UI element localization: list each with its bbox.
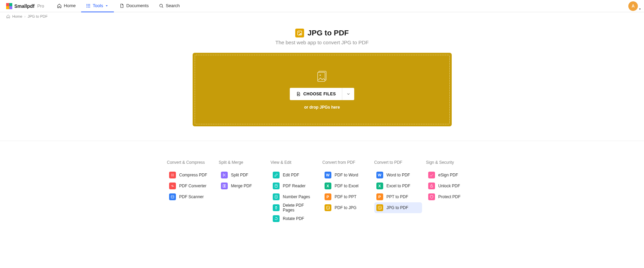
tool-excel-to-pdf[interactable]: XExcel to PDF xyxy=(374,180,422,191)
tool-ppt-to-pdf[interactable]: PPPT to PDF xyxy=(374,191,422,202)
tool-label: Compress PDF xyxy=(179,173,207,177)
tool-merge-pdf[interactable]: Merge PDF xyxy=(219,180,267,191)
nav-search-label: Search xyxy=(166,3,180,8)
tool-label: PDF to Word xyxy=(335,173,358,177)
page-title: JPG to PDF xyxy=(308,29,349,37)
tool-rotate-pdf[interactable]: Rotate PDF xyxy=(271,213,318,224)
tool-label: PDF to Excel xyxy=(335,184,359,188)
avatar-initial: A xyxy=(632,4,635,9)
tool-delete-pdf-pages[interactable]: Delete PDF Pages xyxy=(271,202,318,213)
svg-point-3 xyxy=(87,5,87,6)
svg-point-4 xyxy=(88,5,89,6)
tool-split-pdf[interactable]: Split PDF xyxy=(219,170,267,180)
svg-point-17 xyxy=(223,175,224,176)
home-icon xyxy=(57,3,62,8)
tools-column-title: View & Edit xyxy=(271,160,322,165)
user-avatar[interactable]: A xyxy=(628,1,638,11)
svg-point-1 xyxy=(88,4,89,4)
tool-pdf-reader[interactable]: PDF Reader xyxy=(271,180,318,191)
tool-number-pages[interactable]: 1Number Pages xyxy=(271,191,318,202)
tool-pdf-to-ppt[interactable]: PPDF to PPT xyxy=(323,191,370,202)
jpg-to-pdf-icon xyxy=(295,29,304,37)
tool-word-to-pdf[interactable]: WWord to PDF xyxy=(374,170,422,180)
sign-icon xyxy=(428,172,435,178)
svg-point-9 xyxy=(160,4,162,7)
tool-label: Rotate PDF xyxy=(283,216,304,221)
breadcrumb-home[interactable]: Home xyxy=(12,14,22,18)
compress-icon xyxy=(169,172,176,178)
svg-rect-23 xyxy=(326,206,329,209)
tool-pdf-to-excel[interactable]: XPDF to Excel xyxy=(323,180,370,191)
protect-icon xyxy=(428,193,435,200)
tool-label: Protect PDF xyxy=(438,194,461,199)
tool-jpg-to-pdf[interactable]: JPG to PDF xyxy=(374,202,422,213)
svg-point-2 xyxy=(89,4,90,4)
tool-label: PDF Converter xyxy=(179,184,207,188)
tool-pdf-to-jpg[interactable]: PDF to JPG xyxy=(323,202,370,213)
svg-point-11 xyxy=(299,32,300,33)
rotate-icon xyxy=(273,215,280,222)
breadcrumb: Home › JPG to PDF xyxy=(0,12,644,20)
svg-point-14 xyxy=(319,75,320,76)
choose-file-row: CHOOSE FILES xyxy=(290,88,354,100)
letter-p-icon: P xyxy=(376,193,383,200)
tools-column: View & EditEdit PDFPDF Reader1Number Pag… xyxy=(271,160,322,224)
svg-rect-25 xyxy=(378,206,381,209)
search-icon xyxy=(159,3,164,8)
tools-column-title: Convert & Compress xyxy=(167,160,218,165)
tools-column-title: Split & Merge xyxy=(219,160,270,165)
choose-files-label: CHOOSE FILES xyxy=(303,92,336,96)
edit-icon xyxy=(273,172,280,178)
tool-unlock-pdf[interactable]: Unlock PDF xyxy=(426,180,474,191)
letter-x-icon: X xyxy=(376,183,383,189)
tool-label: JPG to PDF xyxy=(387,205,408,210)
tool-pdf-converter[interactable]: PDF Converter xyxy=(167,180,215,191)
main-nav: Home Tools Documents Search xyxy=(52,0,184,12)
nav-tools-label: Tools xyxy=(93,3,103,8)
chevron-down-icon xyxy=(104,3,109,8)
dropzone-inner: CHOOSE FILES or drop JPGs here xyxy=(195,55,450,124)
tool-pdf-to-word[interactable]: WPDF to Word xyxy=(323,170,370,180)
nav-tools[interactable]: Tools xyxy=(81,0,114,12)
tool-pdf-scanner[interactable]: PDF Scanner xyxy=(167,191,215,202)
svg-point-7 xyxy=(88,6,89,7)
tool-label: Number Pages xyxy=(283,194,310,199)
hero: JPG to PDF The best web app to convert J… xyxy=(0,20,644,136)
svg-rect-18 xyxy=(223,185,224,187)
svg-point-8 xyxy=(89,6,90,7)
tools-column: Convert to PDFWWord to PDFXExcel to PDFP… xyxy=(374,160,425,224)
svg-point-5 xyxy=(89,5,90,6)
nav-documents[interactable]: Documents xyxy=(115,0,153,12)
tools-column-title: Sign & Security xyxy=(426,160,477,165)
nav-home[interactable]: Home xyxy=(52,0,80,12)
page-title-row: JPG to PDF xyxy=(295,29,349,37)
choose-files-dropdown[interactable] xyxy=(342,88,354,100)
tool-compress-pdf[interactable]: Compress PDF xyxy=(167,170,215,180)
tool-label: Unlock PDF xyxy=(438,184,460,188)
home-icon xyxy=(6,14,10,18)
tool-protect-pdf[interactable]: Protect PDF xyxy=(426,191,474,202)
tool-edit-pdf[interactable]: Edit PDF xyxy=(271,170,318,180)
document-icon xyxy=(119,3,124,8)
svg-point-0 xyxy=(87,4,87,4)
logo[interactable]: Smallpdf Pro xyxy=(6,3,44,9)
split-icon xyxy=(221,172,228,178)
tool-label: Delete PDF Pages xyxy=(283,203,316,212)
scan-icon xyxy=(169,193,176,200)
unlock-icon xyxy=(428,183,435,189)
letter-w-icon: W xyxy=(325,172,331,178)
avatar-caret-icon: ▾ xyxy=(639,7,641,11)
choose-files-button[interactable]: CHOOSE FILES xyxy=(290,88,342,100)
img-icon xyxy=(376,204,383,211)
svg-rect-19 xyxy=(224,185,226,187)
svg-rect-13 xyxy=(317,72,325,81)
nav-search[interactable]: Search xyxy=(154,0,184,12)
grid-icon xyxy=(86,3,91,8)
tool-esign-pdf[interactable]: eSign PDF xyxy=(426,170,474,180)
image-file-icon xyxy=(315,69,329,83)
merge-icon xyxy=(221,183,228,189)
breadcrumb-current: JPG to PDF xyxy=(28,14,48,18)
svg-rect-27 xyxy=(431,186,433,188)
tool-label: Edit PDF xyxy=(283,173,299,177)
dropzone[interactable]: CHOOSE FILES or drop JPGs here xyxy=(193,53,452,126)
